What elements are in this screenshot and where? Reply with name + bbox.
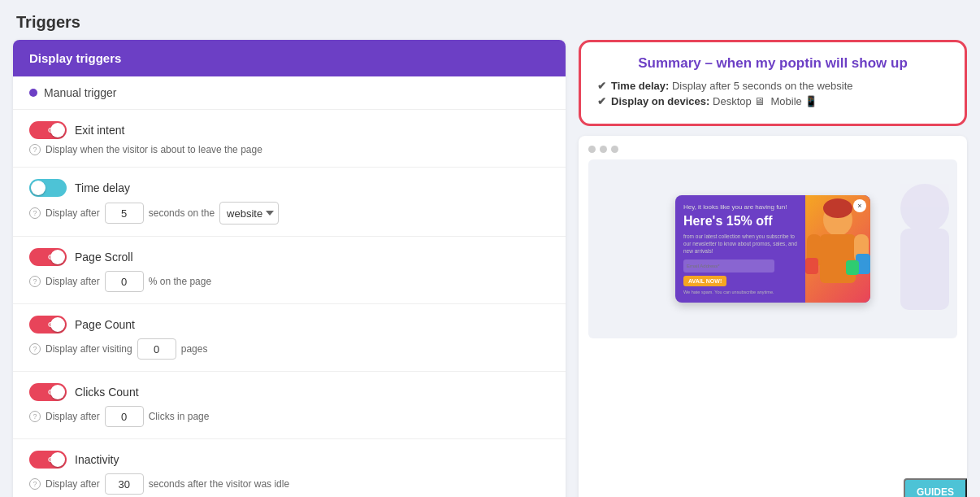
popup-desc: from our latest collection when you subs… — [683, 233, 797, 255]
toggle-thumb-page-count — [50, 317, 65, 332]
preview-box: × Hey, it looks like you are having fun!… — [579, 136, 967, 497]
section-time-delay: ON Time delay ? Display after seconds on… — [13, 167, 566, 236]
guides-button[interactable]: GUIDES — [904, 478, 967, 497]
page-scroll-value-input[interactable] — [105, 271, 144, 292]
toggle-clicks-count[interactable]: OFF — [29, 383, 67, 401]
toggle-time-delay[interactable]: ON — [29, 179, 67, 197]
right-panel: Summary – when my poptin will show up ✔ … — [579, 40, 967, 497]
check-icon-time-delay: ✔ — [597, 80, 606, 92]
trigger-row-page-scroll: OFF Page Scroll — [29, 248, 549, 266]
help-icon-time-delay[interactable]: ? — [29, 207, 41, 219]
section-page-scroll: OFF Page Scroll ? Display after % on the… — [13, 236, 566, 303]
time-delay-desc: ? Display after seconds on the website p… — [29, 202, 549, 225]
toggle-thumb-clicks-count — [50, 385, 65, 399]
inactivity-title: Inactivity — [75, 453, 119, 466]
preview-dot-1 — [588, 146, 596, 153]
page-count-suffix: pages — [181, 343, 208, 355]
manual-trigger-label: Manual trigger — [44, 86, 117, 99]
svg-rect-4 — [820, 234, 856, 283]
popup-cta-button[interactable]: AVAIL NOW! — [683, 276, 726, 286]
summary-label-time-delay: Time delay: Display after 5 seconds on t… — [611, 80, 853, 92]
trigger-row-page-count: OFF Page Count — [29, 316, 549, 334]
preview-dot-2 — [600, 146, 607, 153]
main-layout: Display triggers Manual trigger OFF Exit… — [0, 40, 980, 497]
left-panel: Display triggers Manual trigger OFF Exit… — [13, 40, 566, 497]
trigger-row-exit-intent: OFF Exit intent — [29, 121, 549, 139]
svg-point-3 — [823, 198, 852, 218]
exit-intent-desc-text: Display when the visitor is about to lea… — [46, 144, 262, 155]
trigger-row-inactivity: OFF Inactivity — [29, 451, 549, 469]
summary-item-devices: ✔ Display on devices: Desktop 🖥 Mobile 📱 — [597, 95, 948, 107]
preview-dot-3 — [611, 146, 618, 153]
page-count-prefix: Display after visiting — [46, 343, 132, 355]
popup-close-button[interactable]: × — [853, 199, 866, 212]
summary-box: Summary – when my poptin will show up ✔ … — [579, 40, 967, 126]
inactivity-suffix: seconds after the visitor was idle — [149, 478, 289, 490]
toggle-thumb-page-scroll — [50, 250, 65, 264]
popup-top-text: Hey, it looks like you are having fun! — [683, 203, 797, 211]
time-delay-title: Time delay — [75, 181, 130, 194]
mini-popup: × Hey, it looks like you are having fun!… — [675, 195, 870, 303]
help-icon-page-scroll[interactable]: ? — [29, 276, 41, 287]
clicks-count-value-input[interactable] — [105, 406, 144, 427]
mini-popup-left: Hey, it looks like you are having fun! H… — [675, 195, 805, 303]
section-exit-intent: OFF Exit intent ? Display when the visit… — [13, 109, 566, 167]
manual-trigger-dot — [29, 89, 37, 97]
time-delay-value-input[interactable] — [105, 203, 144, 224]
toggle-thumb-exit-intent — [50, 123, 65, 137]
svg-rect-8 — [805, 258, 818, 274]
page-scroll-desc: ? Display after % on the page — [29, 271, 549, 292]
svg-point-0 — [900, 184, 949, 233]
toggle-thumb-time-delay — [31, 181, 46, 195]
toggle-exit-intent[interactable]: OFF — [29, 121, 67, 139]
popup-heading: Here's 15% off — [683, 214, 797, 229]
inactivity-value-input[interactable] — [105, 473, 144, 495]
preview-dots — [588, 146, 957, 153]
page-count-desc: ? Display after visiting pages — [29, 338, 549, 360]
manual-trigger-row: Manual trigger — [13, 76, 566, 109]
page-scroll-title: Page Scroll — [75, 251, 133, 264]
help-icon-inactivity[interactable]: ? — [29, 478, 41, 490]
help-icon-clicks-count[interactable]: ? — [29, 411, 41, 422]
summary-item-time-delay: ✔ Time delay: Display after 5 seconds on… — [597, 80, 948, 92]
exit-intent-desc: ? Display when the visitor is about to l… — [29, 144, 549, 155]
bg-decoration — [876, 159, 957, 322]
page-scroll-prefix: Display after — [46, 276, 100, 287]
time-delay-scope-select[interactable]: website page — [219, 202, 279, 225]
section-page-count: OFF Page Count ? Display after visiting … — [13, 303, 566, 371]
clicks-count-desc: ? Display after Clicks in page — [29, 406, 549, 427]
clicks-count-suffix: Clicks in page — [149, 411, 210, 422]
svg-rect-1 — [900, 229, 949, 310]
trigger-row-clicks-count: OFF Clicks Count — [29, 383, 549, 401]
exit-intent-title: Exit intent — [75, 124, 124, 137]
page-count-title: Page Count — [75, 318, 135, 331]
help-icon-page-count[interactable]: ? — [29, 343, 41, 355]
inactivity-desc: ? Display after seconds after the visito… — [29, 473, 549, 495]
page-count-value-input[interactable] — [137, 338, 176, 360]
toggle-page-scroll[interactable]: OFF — [29, 248, 67, 266]
summary-title: Summary – when my poptin will show up — [597, 55, 948, 72]
time-delay-desc-prefix: Display after — [46, 207, 100, 219]
popup-bottom-text: We hate spam. You can unsubscribe anytim… — [683, 290, 797, 294]
trigger-row-time-delay: ON Time delay — [29, 179, 549, 197]
inactivity-prefix: Display after — [46, 478, 100, 490]
page-title: Triggers — [0, 0, 980, 40]
clicks-count-prefix: Display after — [46, 411, 100, 422]
display-triggers-header: Display triggers — [13, 40, 566, 76]
toggle-inactivity[interactable]: OFF — [29, 451, 67, 469]
preview-content: × Hey, it looks like you are having fun!… — [588, 159, 957, 338]
help-icon-exit-intent[interactable]: ? — [29, 144, 41, 155]
check-icon-devices: ✔ — [597, 95, 606, 107]
page-scroll-suffix: % on the page — [149, 276, 211, 287]
toggle-thumb-inactivity — [50, 452, 65, 467]
time-delay-desc-middle: seconds on the — [149, 207, 215, 219]
toggle-page-count[interactable]: OFF — [29, 316, 67, 334]
section-inactivity: OFF Inactivity ? Display after seconds a… — [13, 438, 566, 497]
section-clicks-count: OFF Clicks Count ? Display after Clicks … — [13, 371, 566, 438]
popup-person-svg — [805, 197, 870, 303]
popup-email-input[interactable] — [683, 259, 774, 272]
svg-rect-9 — [846, 260, 859, 275]
clicks-count-title: Clicks Count — [75, 386, 139, 399]
summary-label-devices: Display on devices: Desktop 🖥 Mobile 📱 — [611, 95, 817, 107]
